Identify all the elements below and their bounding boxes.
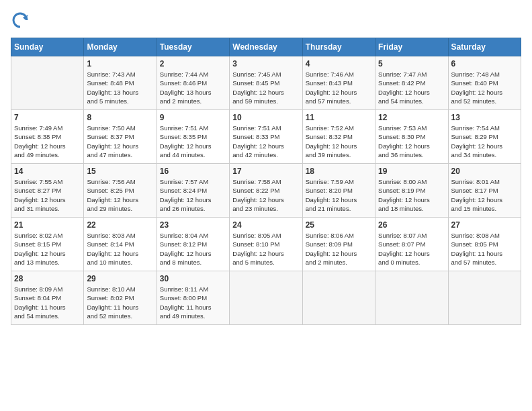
day-number: 6 bbox=[451, 59, 518, 68]
day-info: Sunrise: 8:08 AM Sunset: 8:05 PM Dayligh… bbox=[451, 231, 518, 267]
day-cell: 30Sunrise: 8:11 AM Sunset: 8:00 PM Dayli… bbox=[157, 271, 229, 325]
day-number: 25 bbox=[306, 220, 372, 230]
day-info: Sunrise: 8:05 AM Sunset: 8:10 PM Dayligh… bbox=[232, 231, 299, 267]
day-info: Sunrise: 7:53 AM Sunset: 8:30 PM Dayligh… bbox=[378, 124, 445, 159]
day-info: Sunrise: 8:07 AM Sunset: 8:07 PM Dayligh… bbox=[378, 231, 445, 267]
day-cell: 7Sunrise: 7:49 AM Sunset: 8:38 PM Daylig… bbox=[11, 110, 84, 164]
week-row-4: 21Sunrise: 8:02 AM Sunset: 8:15 PM Dayli… bbox=[11, 218, 521, 271]
header-cell-thursday: Thursday bbox=[302, 38, 375, 56]
day-cell bbox=[302, 271, 375, 325]
day-number: 8 bbox=[87, 113, 153, 122]
day-number: 9 bbox=[160, 113, 226, 122]
logo bbox=[11, 11, 32, 30]
day-number: 21 bbox=[14, 220, 81, 230]
day-info: Sunrise: 7:49 AM Sunset: 8:38 PM Dayligh… bbox=[14, 124, 81, 159]
day-cell: 3Sunrise: 7:45 AM Sunset: 8:45 PM Daylig… bbox=[230, 56, 302, 110]
logo-icon bbox=[11, 11, 30, 30]
day-cell: 13Sunrise: 7:54 AM Sunset: 8:29 PM Dayli… bbox=[448, 110, 521, 164]
day-cell: 9Sunrise: 7:51 AM Sunset: 8:35 PM Daylig… bbox=[157, 110, 229, 164]
day-number: 22 bbox=[87, 220, 153, 230]
day-cell: 2Sunrise: 7:44 AM Sunset: 8:46 PM Daylig… bbox=[157, 56, 229, 110]
day-cell: 23Sunrise: 8:04 AM Sunset: 8:12 PM Dayli… bbox=[157, 218, 229, 271]
day-info: Sunrise: 7:45 AM Sunset: 8:45 PM Dayligh… bbox=[232, 70, 299, 105]
day-number: 7 bbox=[14, 113, 81, 122]
day-number: 29 bbox=[87, 274, 153, 283]
header-cell-sunday: Sunday bbox=[11, 38, 84, 56]
day-cell: 8Sunrise: 7:50 AM Sunset: 8:37 PM Daylig… bbox=[84, 110, 157, 164]
day-cell bbox=[230, 271, 302, 325]
day-cell: 27Sunrise: 8:08 AM Sunset: 8:05 PM Dayli… bbox=[448, 218, 521, 271]
day-number: 17 bbox=[232, 167, 299, 176]
day-info: Sunrise: 7:46 AM Sunset: 8:43 PM Dayligh… bbox=[306, 70, 372, 105]
day-info: Sunrise: 7:43 AM Sunset: 8:48 PM Dayligh… bbox=[87, 70, 153, 105]
day-cell bbox=[11, 56, 84, 110]
page-header bbox=[11, 11, 521, 30]
day-cell: 22Sunrise: 8:03 AM Sunset: 8:14 PM Dayli… bbox=[84, 218, 157, 271]
day-cell: 4Sunrise: 7:46 AM Sunset: 8:43 PM Daylig… bbox=[302, 56, 375, 110]
header-cell-friday: Friday bbox=[375, 38, 448, 56]
day-cell: 18Sunrise: 7:59 AM Sunset: 8:20 PM Dayli… bbox=[302, 164, 375, 218]
day-info: Sunrise: 7:55 AM Sunset: 8:27 PM Dayligh… bbox=[14, 177, 81, 213]
day-cell: 17Sunrise: 7:58 AM Sunset: 8:22 PM Dayli… bbox=[230, 164, 302, 218]
day-info: Sunrise: 8:00 AM Sunset: 8:19 PM Dayligh… bbox=[378, 177, 445, 213]
day-cell: 20Sunrise: 8:01 AM Sunset: 8:17 PM Dayli… bbox=[448, 164, 521, 218]
day-number: 27 bbox=[451, 220, 518, 230]
day-number: 14 bbox=[14, 167, 81, 176]
header-cell-tuesday: Tuesday bbox=[157, 38, 229, 56]
day-cell: 26Sunrise: 8:07 AM Sunset: 8:07 PM Dayli… bbox=[375, 218, 448, 271]
week-row-2: 7Sunrise: 7:49 AM Sunset: 8:38 PM Daylig… bbox=[11, 110, 521, 164]
day-info: Sunrise: 7:58 AM Sunset: 8:22 PM Dayligh… bbox=[232, 177, 299, 213]
day-cell: 28Sunrise: 8:09 AM Sunset: 8:04 PM Dayli… bbox=[11, 271, 84, 325]
day-number: 12 bbox=[378, 113, 445, 122]
day-number: 23 bbox=[160, 220, 226, 230]
day-cell bbox=[375, 271, 448, 325]
day-number: 26 bbox=[378, 220, 445, 230]
week-row-1: 1Sunrise: 7:43 AM Sunset: 8:48 PM Daylig… bbox=[11, 56, 521, 110]
day-info: Sunrise: 8:11 AM Sunset: 8:00 PM Dayligh… bbox=[160, 285, 226, 320]
day-number: 3 bbox=[232, 59, 299, 68]
day-info: Sunrise: 7:57 AM Sunset: 8:24 PM Dayligh… bbox=[160, 177, 226, 213]
day-info: Sunrise: 7:50 AM Sunset: 8:37 PM Dayligh… bbox=[87, 124, 153, 159]
day-number: 28 bbox=[14, 274, 81, 283]
day-cell: 15Sunrise: 7:56 AM Sunset: 8:25 PM Dayli… bbox=[84, 164, 157, 218]
day-cell: 29Sunrise: 8:10 AM Sunset: 8:02 PM Dayli… bbox=[84, 271, 157, 325]
day-number: 11 bbox=[306, 113, 372, 122]
day-info: Sunrise: 8:03 AM Sunset: 8:14 PM Dayligh… bbox=[87, 231, 153, 267]
week-row-3: 14Sunrise: 7:55 AM Sunset: 8:27 PM Dayli… bbox=[11, 164, 521, 218]
day-info: Sunrise: 8:02 AM Sunset: 8:15 PM Dayligh… bbox=[14, 231, 81, 267]
day-cell: 16Sunrise: 7:57 AM Sunset: 8:24 PM Dayli… bbox=[157, 164, 229, 218]
day-number: 19 bbox=[378, 167, 445, 176]
day-info: Sunrise: 7:44 AM Sunset: 8:46 PM Dayligh… bbox=[160, 70, 226, 105]
day-info: Sunrise: 7:51 AM Sunset: 8:35 PM Dayligh… bbox=[160, 124, 226, 159]
day-number: 16 bbox=[160, 167, 226, 176]
day-cell: 5Sunrise: 7:47 AM Sunset: 8:42 PM Daylig… bbox=[375, 56, 448, 110]
day-cell: 6Sunrise: 7:48 AM Sunset: 8:40 PM Daylig… bbox=[448, 56, 521, 110]
week-row-5: 28Sunrise: 8:09 AM Sunset: 8:04 PM Dayli… bbox=[11, 271, 521, 325]
header-cell-monday: Monday bbox=[84, 38, 157, 56]
day-info: Sunrise: 7:48 AM Sunset: 8:40 PM Dayligh… bbox=[451, 70, 518, 105]
day-cell bbox=[448, 271, 521, 325]
day-cell: 1Sunrise: 7:43 AM Sunset: 8:48 PM Daylig… bbox=[84, 56, 157, 110]
day-number: 20 bbox=[451, 167, 518, 176]
day-cell: 24Sunrise: 8:05 AM Sunset: 8:10 PM Dayli… bbox=[230, 218, 302, 271]
day-info: Sunrise: 7:59 AM Sunset: 8:20 PM Dayligh… bbox=[306, 177, 372, 213]
day-info: Sunrise: 8:06 AM Sunset: 8:09 PM Dayligh… bbox=[306, 231, 372, 267]
day-info: Sunrise: 8:10 AM Sunset: 8:02 PM Dayligh… bbox=[87, 285, 153, 320]
day-info: Sunrise: 7:56 AM Sunset: 8:25 PM Dayligh… bbox=[87, 177, 153, 213]
day-number: 10 bbox=[232, 113, 299, 122]
day-info: Sunrise: 8:09 AM Sunset: 8:04 PM Dayligh… bbox=[14, 285, 81, 320]
day-cell: 25Sunrise: 8:06 AM Sunset: 8:09 PM Dayli… bbox=[302, 218, 375, 271]
day-number: 2 bbox=[160, 59, 226, 68]
day-number: 18 bbox=[306, 167, 372, 176]
header-row: SundayMondayTuesdayWednesdayThursdayFrid… bbox=[11, 38, 521, 56]
day-cell: 12Sunrise: 7:53 AM Sunset: 8:30 PM Dayli… bbox=[375, 110, 448, 164]
day-number: 13 bbox=[451, 113, 518, 122]
day-number: 4 bbox=[306, 59, 372, 68]
day-cell: 21Sunrise: 8:02 AM Sunset: 8:15 PM Dayli… bbox=[11, 218, 84, 271]
calendar-table: SundayMondayTuesdayWednesdayThursdayFrid… bbox=[11, 38, 521, 325]
day-info: Sunrise: 7:47 AM Sunset: 8:42 PM Dayligh… bbox=[378, 70, 445, 105]
header-cell-wednesday: Wednesday bbox=[230, 38, 302, 56]
day-number: 24 bbox=[232, 220, 299, 230]
header-cell-saturday: Saturday bbox=[448, 38, 521, 56]
day-info: Sunrise: 7:54 AM Sunset: 8:29 PM Dayligh… bbox=[451, 124, 518, 159]
